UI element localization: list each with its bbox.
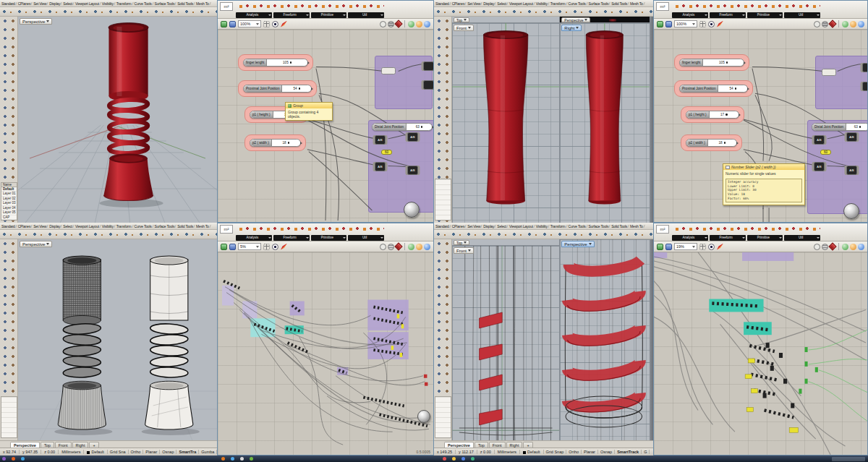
viewport-title-tab[interactable]: Perspective bbox=[20, 18, 52, 25]
division-component[interactable]: A/B bbox=[846, 132, 857, 142]
orange-preview-icon[interactable] bbox=[850, 244, 856, 250]
slider-track[interactable]: 63 bbox=[846, 125, 867, 129]
taskbar-app-icon[interactable] bbox=[2, 457, 6, 461]
viewport-top-sliver[interactable]: Perspective bbox=[560, 17, 650, 23]
toolbar-tab[interactable]: Mesh To bbox=[629, 1, 644, 6]
viewport-tab[interactable]: Right bbox=[72, 442, 89, 448]
viewport-perspective[interactable]: Perspective bbox=[560, 239, 650, 440]
gh-compass-ball[interactable] bbox=[843, 203, 859, 219]
viewport-perspective[interactable]: Perspective bbox=[18, 239, 217, 440]
toolbar-tab[interactable]: Surface Tools bbox=[587, 1, 610, 6]
viewport-tab[interactable]: + bbox=[523, 442, 532, 448]
slider-grip[interactable] bbox=[421, 126, 423, 128]
preview-eye-icon[interactable] bbox=[708, 21, 715, 27]
gh-category[interactable]: Analysis bbox=[236, 12, 272, 18]
slider-grip[interactable] bbox=[859, 126, 861, 128]
slider-track[interactable]: 54 bbox=[282, 87, 311, 90]
current-layer[interactable]: Default bbox=[84, 450, 107, 454]
toolbar-tab[interactable]: Solid Tools bbox=[176, 1, 195, 6]
gh-category[interactable]: Freeform bbox=[273, 12, 310, 18]
gh-category[interactable]: Analysis bbox=[236, 235, 272, 241]
slider-track[interactable]: 105 bbox=[267, 61, 307, 64]
viewport-tab[interactable]: + bbox=[89, 442, 98, 448]
viewport-front[interactable]: Front bbox=[452, 246, 559, 440]
sketch-pen-icon[interactable] bbox=[281, 21, 287, 27]
taskbar-app-icon[interactable] bbox=[240, 457, 244, 461]
rhino-main-toolbar[interactable] bbox=[434, 7, 653, 17]
blue-preview-icon[interactable] bbox=[424, 21, 430, 27]
gh-canvas[interactable]: finger lenght 105 Proximal Joint Positio… bbox=[654, 30, 867, 222]
toolbar-tab[interactable]: Viewport Layout bbox=[508, 224, 535, 228]
slider-grip[interactable] bbox=[288, 142, 290, 144]
gh-component[interactable] bbox=[862, 82, 867, 91]
toolbar-tab[interactable]: Curve Tools bbox=[567, 1, 587, 6]
toolbar-tab[interactable]: Visibility bbox=[535, 1, 549, 6]
toolbar-tab[interactable]: Transform bbox=[115, 1, 133, 6]
no-preview-icon[interactable] bbox=[814, 21, 820, 27]
gh-category[interactable]: Analysis bbox=[672, 235, 708, 241]
green-preview-icon[interactable] bbox=[408, 21, 414, 27]
slider-grip[interactable] bbox=[290, 61, 292, 64]
number-slider[interactable]: finger lenght 105 bbox=[679, 59, 744, 67]
number-slider[interactable]: p2 ( width ) 18 bbox=[250, 139, 301, 147]
slider-grip[interactable] bbox=[726, 114, 728, 116]
save-file-icon[interactable] bbox=[229, 21, 236, 27]
orange-preview-icon[interactable] bbox=[850, 21, 856, 27]
zoom-level-select[interactable]: 100% bbox=[674, 20, 697, 27]
viewport-tab[interactable]: Front bbox=[55, 442, 72, 448]
blue-preview-icon[interactable] bbox=[424, 244, 430, 250]
viewport-tab[interactable]: Right bbox=[506, 442, 523, 448]
gh-category[interactable]: Analysis bbox=[672, 12, 708, 18]
gh-canvas[interactable] bbox=[654, 252, 867, 455]
viewport-tab[interactable]: Perspective bbox=[10, 442, 40, 448]
sketch-pen-icon[interactable] bbox=[717, 21, 723, 27]
layer-row[interactable]: CAP bbox=[1, 215, 17, 221]
slider-track[interactable]: 54 bbox=[718, 87, 747, 90]
division-component[interactable]: A/B bbox=[846, 166, 857, 175]
number-slider[interactable]: Proximal Joint Position 54 bbox=[243, 85, 312, 93]
slider-grip[interactable] bbox=[735, 87, 737, 90]
status-pane[interactable]: SmartTrack bbox=[615, 450, 642, 454]
toolbar-tab[interactable]: Display bbox=[482, 224, 495, 228]
save-file-icon[interactable] bbox=[229, 244, 236, 250]
wire-preview-icon[interactable] bbox=[388, 244, 394, 250]
viewport-title-tab[interactable]: Front bbox=[454, 25, 474, 31]
toolbar-tab[interactable]: Select bbox=[495, 1, 508, 6]
division-component[interactable]: A/B bbox=[375, 162, 386, 171]
gh-tab-icons[interactable] bbox=[236, 1, 384, 12]
taskbar-app-icon[interactable] bbox=[471, 457, 475, 461]
gh-tab-icons[interactable] bbox=[672, 1, 820, 12]
toolbar-tab[interactable]: Surface Tools bbox=[587, 224, 610, 228]
open-file-icon[interactable] bbox=[657, 244, 663, 250]
taskbar-app-icon[interactable] bbox=[461, 457, 465, 461]
gh-compass-ball[interactable] bbox=[404, 202, 420, 218]
blue-preview-icon[interactable] bbox=[858, 21, 864, 27]
taskbar-app-icon[interactable] bbox=[443, 457, 446, 461]
gh-component[interactable] bbox=[381, 67, 396, 74]
no-preview-icon[interactable] bbox=[380, 244, 386, 250]
open-file-icon[interactable] bbox=[657, 21, 663, 27]
viewport-title-tab[interactable]: Right bbox=[561, 25, 582, 31]
gh-category[interactable]: Primitive bbox=[747, 235, 783, 241]
status-pane[interactable]: Gumba bbox=[199, 450, 217, 454]
slider-track[interactable]: 63 bbox=[407, 125, 432, 129]
number-slider[interactable]: Distal Joint Position 63 bbox=[812, 123, 867, 131]
taskbar-tray[interactable] bbox=[832, 457, 865, 461]
number-slider[interactable]: Distal Joint Position 63 bbox=[372, 123, 433, 131]
toolbar-tab[interactable]: Set View bbox=[32, 224, 48, 228]
toolbar-tab[interactable]: Display bbox=[482, 1, 495, 6]
slider-track[interactable]: 105 bbox=[703, 61, 744, 64]
sketch-pen-icon[interactable] bbox=[717, 244, 723, 250]
toolbar-tab[interactable]: Solid Tools bbox=[610, 224, 629, 228]
toolbar-tab[interactable]: Viewport Layout bbox=[74, 1, 101, 6]
gh-params-icon[interactable]: m² bbox=[656, 225, 669, 234]
preview-eye-icon[interactable] bbox=[272, 21, 278, 27]
gh-params-icon[interactable]: m² bbox=[220, 225, 233, 234]
zoom-extents-icon[interactable] bbox=[699, 21, 706, 27]
gh-canvas[interactable]: 0.5.0005 bbox=[218, 252, 433, 455]
toolbar-tab[interactable]: Curve Tools bbox=[133, 1, 153, 6]
slider-track[interactable]: 18 bbox=[272, 141, 300, 145]
number-slider[interactable]: p2 ( width ) 18 bbox=[686, 139, 737, 147]
gh-category[interactable]: Util bbox=[348, 235, 384, 241]
toolbar-tab[interactable]: Standard bbox=[434, 224, 451, 228]
